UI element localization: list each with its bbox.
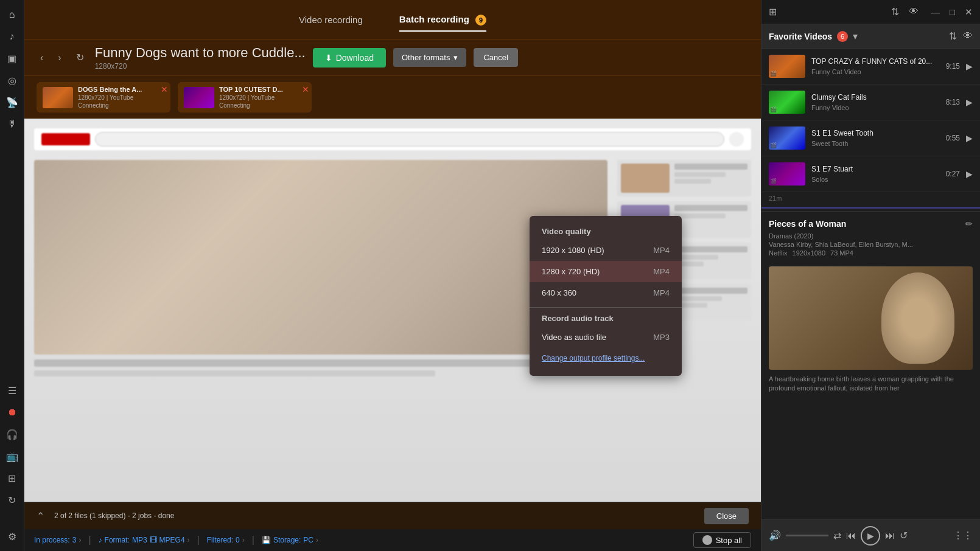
win-icon-area: ⊞ — [769, 6, 777, 18]
featured-description: A heartbreaking home birth leaves a woma… — [769, 375, 973, 393]
page-title: Funny Dogs want to more Cuddle... — [95, 45, 306, 61]
stop-all-button[interactable]: Stop all — [693, 532, 751, 548]
film-icon: 🎞 — [150, 536, 157, 544]
playlist-icon[interactable]: ⋮⋮ — [953, 530, 973, 541]
browser-search-btn — [729, 132, 744, 147]
dropdown-item-1080[interactable]: 1920 x 1080 (HD) MP4 — [530, 240, 682, 261]
process-item-format[interactable]: ♪ Format: MP3 🎞 MPEG4 › — [99, 536, 190, 544]
thumb-card-1[interactable]: TOP 10 CUTEST D... 1280x720 | YouTube Co… — [178, 82, 312, 113]
featured-year-genre: Dramas (2020) — [769, 232, 973, 240]
maximize-button[interactable]: □ — [950, 7, 955, 17]
sidebar-refresh-icon[interactable]: ↻ — [2, 490, 22, 510]
separator-3: | — [252, 535, 254, 546]
vli-info-2: S1 E1 Sweet Tooth Sweet Tooth — [811, 129, 940, 147]
sidebar-tv-icon[interactable]: 📺 — [2, 446, 22, 466]
sidebar-mic-icon[interactable]: 🎙 — [2, 114, 22, 134]
process-item-filtered[interactable]: Filtered: 0 › — [207, 536, 245, 544]
featured-header: Pieces of a Woman ✏ — [769, 219, 973, 229]
featured-image — [769, 266, 973, 370]
tab-batch-recording[interactable]: Batch recording 9 — [399, 9, 486, 30]
vli-play-2[interactable]: ▶ — [966, 133, 973, 143]
left-sidebar: ⌂ ♪ ▣ ◎ 📡 🎙 ☰ ⏺ 🎧 📺 ⊞ ↻ ⚙ — [0, 0, 24, 551]
panel-eye-icon[interactable]: 👁 — [963, 30, 973, 42]
storage-icon: 💾 — [262, 536, 271, 544]
vli-thumb-1: 🎬 — [769, 91, 805, 114]
sidebar-camera-icon[interactable]: ◎ — [2, 71, 22, 90]
sidebar-settings-icon[interactable]: ⚙ — [2, 527, 22, 546]
vli-play-1[interactable]: ▶ — [966, 97, 973, 107]
browser-logo — [41, 133, 90, 145]
featured-title: Pieces of a Woman — [769, 219, 846, 229]
film-icon-2: 🎬 — [770, 142, 777, 148]
other-formats-button[interactable]: Other formats ▾ — [393, 48, 466, 67]
vli-duration-3: 0:27 — [946, 170, 960, 178]
music-icon: ♪ — [99, 536, 102, 544]
volume-slider[interactable] — [786, 535, 828, 536]
list-item-3[interactable]: 🎬 S1 E7 Stuart Solos 0:27 ▶ — [761, 156, 980, 192]
dropdown-item-720[interactable]: 1280 x 720 (HD) MP4 — [530, 261, 682, 282]
right-panel-header: Favorite Videos 6 ▾ ⇅ 👁 — [761, 24, 980, 49]
expand-icon[interactable]: ⌃ — [37, 510, 44, 522]
vli-duration-2: 0:55 — [946, 134, 960, 142]
eye-icon[interactable]: 👁 — [909, 6, 919, 18]
page-title-container: Funny Dogs want to more Cuddle... 1280x7… — [95, 45, 306, 71]
vli-info-1: Clumsy Cat Fails Funny Video — [811, 93, 940, 111]
skip-back-icon[interactable]: ⏮ — [846, 530, 856, 541]
nav-forward-button[interactable]: › — [54, 50, 65, 66]
thumb-card-0[interactable]: DOGS Being the A... 1280x720 | YouTube C… — [37, 82, 170, 113]
sidebar-home-icon[interactable]: ⌂ — [2, 5, 22, 24]
featured-resolution: 1920x1080 — [793, 249, 825, 257]
thumb-close-1[interactable]: ✕ — [302, 85, 309, 94]
close-window-button[interactable]: ✕ — [965, 7, 973, 18]
thumbnails-row: DOGS Being the A... 1280x720 | YouTube C… — [24, 76, 761, 119]
status-text: 2 of 2 files (1 skipped) - 2 jobs - done — [54, 511, 174, 520]
panel-title-area: Favorite Videos 6 ▾ — [769, 30, 858, 42]
vli-play-0[interactable]: ▶ — [966, 61, 973, 71]
film-icon-3: 🎬 — [770, 178, 777, 184]
sidebar-grid-icon[interactable]: ⊞ — [2, 468, 22, 488]
sidebar-list-icon[interactable]: ☰ — [2, 381, 22, 400]
sidebar-record-icon[interactable]: ⏺ — [2, 403, 22, 422]
panel-chevron-down-icon[interactable]: ▾ — [853, 30, 858, 42]
list-item-0[interactable]: 🎬 TOP CRAZY & FUNNY CATS of 20... Funny … — [761, 49, 980, 85]
dropdown-item-audio[interactable]: Video as audio file MP3 — [530, 327, 682, 348]
sidebar-podcast-icon[interactable]: 🎧 — [2, 425, 22, 444]
panel-sort-icon[interactable]: ⇅ — [949, 30, 957, 42]
change-profile-link[interactable]: Change output profile settings... — [530, 348, 682, 369]
repeat-icon[interactable]: ↺ — [900, 530, 908, 541]
cancel-button[interactable]: Cancel — [474, 48, 517, 67]
film-icon-1: 🎬 — [770, 106, 777, 113]
sort-icon[interactable]: ⇅ — [891, 6, 899, 18]
shuffle-icon[interactable]: ⇄ — [833, 530, 841, 541]
vli-play-3[interactable]: ▶ — [966, 169, 973, 179]
minimize-button[interactable]: — — [931, 7, 940, 17]
process-item-storage[interactable]: 💾 Storage: PC › — [262, 536, 318, 544]
play-pause-button[interactable]: ▶ — [861, 526, 880, 546]
resolution-720: 1280 x 720 (HD) — [542, 267, 600, 276]
browser-video-desc — [34, 359, 607, 376]
download-button[interactable]: ⬇ Download — [313, 48, 386, 68]
dropdown-item-360[interactable]: 640 x 360 MP4 — [530, 282, 682, 303]
list-item-1[interactable]: 🎬 Clumsy Cat Fails Funny Video 8:13 ▶ — [761, 85, 980, 120]
tab-video-recording[interactable]: Video recording — [299, 10, 363, 30]
browser-sug-3-info — [674, 246, 747, 276]
thumb-close-0[interactable]: ✕ — [161, 85, 168, 94]
close-button[interactable]: Close — [704, 508, 749, 524]
list-item-2[interactable]: 🎬 S1 E1 Sweet Tooth Sweet Tooth 0:55 ▶ — [761, 120, 980, 156]
volume-icon[interactable]: 🔊 — [769, 530, 781, 541]
vli-title-2: S1 E1 Sweet Tooth — [811, 129, 940, 139]
right-panel: ⊞ ⇅ 👁 — □ ✕ Favorite Videos 6 ▾ ⇅ 👁 🎬 — [761, 0, 980, 551]
sidebar-screen-icon[interactable]: ▣ — [2, 49, 22, 68]
skip-forward-icon[interactable]: ⏭ — [885, 530, 895, 541]
vli-title-0: TOP CRAZY & FUNNY CATS of 20... — [811, 57, 940, 67]
featured-edit-icon[interactable]: ✏ — [965, 219, 973, 229]
status-bar: ⌃ 2 of 2 files (1 skipped) - 2 jobs - do… — [24, 502, 761, 529]
sidebar-music-icon[interactable]: ♪ — [2, 27, 22, 46]
chevron-right-icon-3: › — [242, 536, 245, 544]
process-item-inprocess[interactable]: In process: 3 › — [34, 536, 81, 544]
nav-refresh-button[interactable]: ↻ — [72, 49, 88, 66]
nav-back-button[interactable]: ‹ — [37, 50, 47, 66]
browser-sug-1-thumb — [621, 164, 670, 193]
browser-sug-1-sub — [674, 172, 726, 177]
sidebar-broadcast-icon[interactable]: 📡 — [2, 92, 22, 112]
